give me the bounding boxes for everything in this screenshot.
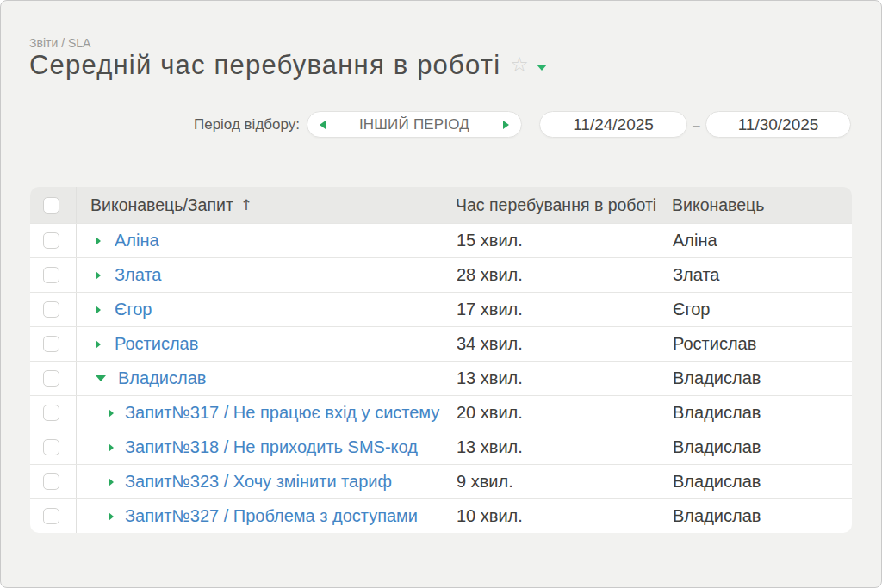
date-to-input[interactable]: 11/30/2025 xyxy=(705,111,851,138)
table-row: Злата 28 хвил. Злата xyxy=(30,257,852,292)
row-assignee-cell: Єгор xyxy=(662,293,852,326)
table-row: Запит№318 / Не приходить SMS-код 13 хвил… xyxy=(30,430,852,464)
row-checkbox-cell xyxy=(30,224,77,257)
table-row: Запит№317 / Не працює вхід у систему 20 … xyxy=(30,395,852,430)
breadcrumb-reports-link[interactable]: Звіти xyxy=(29,36,58,50)
column-header-time-label: Час перебування в роботі xyxy=(456,195,656,215)
row-name-link[interactable]: Аліна xyxy=(115,231,159,251)
row-time-cell: 13 хвил. xyxy=(444,362,662,395)
row-assignee-cell: Владислав xyxy=(662,499,852,533)
expand-triangle-icon[interactable] xyxy=(96,375,106,381)
column-header-name[interactable]: Виконавець/Запит ↑ xyxy=(77,187,444,223)
row-name-link[interactable]: Ростислав xyxy=(115,334,198,354)
row-time-cell: 10 хвил. xyxy=(444,499,662,533)
expand-triangle-icon[interactable] xyxy=(109,409,114,418)
row-checkbox[interactable] xyxy=(43,473,59,490)
page-title: Середній час перебування в роботі xyxy=(29,50,500,81)
row-checkbox[interactable] xyxy=(43,267,59,283)
breadcrumb-sla-link[interactable]: SLA xyxy=(68,36,90,50)
row-checkbox-cell xyxy=(30,362,77,395)
breadcrumb: Звіти / SLA xyxy=(29,36,90,50)
row-name-cell: Запит№318 / Не приходить SMS-код xyxy=(77,430,444,464)
table-header-row: Виконавець/Запит ↑ Час перебування в роб… xyxy=(30,187,852,223)
row-name-link[interactable]: Запит№323 / Хочу змінити тариф xyxy=(125,472,392,492)
row-checkbox[interactable] xyxy=(43,336,59,352)
column-header-time[interactable]: Час перебування в роботі xyxy=(444,187,662,223)
row-checkbox-cell xyxy=(30,465,77,498)
column-header-assignee[interactable]: Виконавець xyxy=(662,187,852,223)
row-checkbox[interactable] xyxy=(43,405,59,421)
table-row: Запит№323 / Хочу змінити тариф 9 хвил. В… xyxy=(30,464,852,498)
row-name-cell: Аліна xyxy=(77,224,444,257)
row-name-cell: Ростислав xyxy=(77,327,444,361)
row-name-cell: Єгор xyxy=(77,293,444,326)
breadcrumb-separator: / xyxy=(58,36,68,50)
table-row: Владислав 13 хвил. Владислав xyxy=(30,361,852,395)
expand-triangle-icon[interactable] xyxy=(109,512,114,521)
row-checkbox-cell xyxy=(30,293,77,326)
row-time-cell: 9 хвил. xyxy=(444,465,662,498)
date-range-separator: – xyxy=(687,111,705,138)
column-header-assignee-label: Виконавець xyxy=(672,195,764,215)
table-body: Аліна 15 хвил. Аліна Злата 28 хвил. Злат… xyxy=(30,223,852,533)
row-assignee-cell: Владислав xyxy=(662,362,852,395)
table-row: Ростислав 34 хвил. Ростислав xyxy=(30,326,852,361)
previous-period-arrow-icon[interactable] xyxy=(320,121,326,129)
row-name-link[interactable]: Єгор xyxy=(115,300,152,319)
row-checkbox[interactable] xyxy=(43,508,59,524)
row-checkbox[interactable] xyxy=(43,439,59,455)
period-filter-label: Період відбору: xyxy=(130,116,300,133)
favorite-star-icon[interactable]: ☆ xyxy=(510,54,529,75)
row-name-link[interactable]: Запит№318 / Не приходить SMS-код xyxy=(125,437,418,457)
expand-triangle-icon[interactable] xyxy=(109,478,114,486)
row-checkbox-cell xyxy=(30,327,77,361)
row-checkbox-cell xyxy=(30,499,77,533)
table-row: Аліна 15 хвил. Аліна xyxy=(30,223,852,257)
row-assignee-cell: Владислав xyxy=(662,396,852,430)
table-row: Єгор 17 хвил. Єгор xyxy=(30,292,852,326)
row-checkbox[interactable] xyxy=(43,232,59,249)
row-checkbox-cell xyxy=(30,396,77,430)
date-from-value: 11/24/2025 xyxy=(573,115,654,134)
row-name-cell: Злата xyxy=(77,258,444,292)
expand-triangle-icon[interactable] xyxy=(109,443,114,452)
row-assignee-cell: Ростислав xyxy=(662,327,852,361)
date-to-value: 11/30/2025 xyxy=(738,115,819,134)
row-assignee-cell: Злата xyxy=(662,258,852,292)
row-name-link[interactable]: Злата xyxy=(115,265,162,285)
row-assignee-cell: Владислав xyxy=(662,465,852,498)
expand-triangle-icon[interactable] xyxy=(96,271,101,280)
row-time-cell: 20 хвил. xyxy=(444,396,662,430)
report-page: Звіти / SLA Середній час перебування в р… xyxy=(0,0,882,588)
row-checkbox[interactable] xyxy=(43,301,59,318)
expand-triangle-icon[interactable] xyxy=(96,340,101,349)
header-checkbox-cell xyxy=(30,187,77,223)
report-table: Виконавець/Запит ↑ Час перебування в роб… xyxy=(30,187,852,533)
row-name-cell: Запит№323 / Хочу змінити тариф xyxy=(77,465,444,498)
date-from-input[interactable]: 11/24/2025 xyxy=(539,111,687,138)
row-time-cell: 13 хвил. xyxy=(444,430,662,464)
row-time-cell: 17 хвил. xyxy=(444,293,662,326)
expand-triangle-icon[interactable] xyxy=(96,306,101,314)
expand-triangle-icon[interactable] xyxy=(96,237,101,245)
select-all-checkbox[interactable] xyxy=(43,197,59,214)
column-header-name-label: Виконавець/Запит xyxy=(90,195,233,215)
row-assignee-cell: Аліна xyxy=(662,224,852,257)
title-dropdown-caret-icon[interactable] xyxy=(537,65,547,71)
row-checkbox-cell xyxy=(30,430,77,464)
row-assignee-cell: Владислав xyxy=(662,430,852,464)
row-time-cell: 34 хвил. xyxy=(444,327,662,361)
row-time-cell: 15 хвил. xyxy=(444,224,662,257)
row-name-link[interactable]: Запит№317 / Не працює вхід у систему xyxy=(125,403,439,423)
period-selector-value[interactable]: ІНШИЙ ПЕРІОД xyxy=(359,116,469,133)
row-name-link[interactable]: Владислав xyxy=(118,368,206,388)
row-checkbox[interactable] xyxy=(43,370,59,387)
next-period-arrow-icon[interactable] xyxy=(503,121,509,129)
sort-ascending-icon: ↑ xyxy=(240,196,252,214)
row-name-cell: Запит№317 / Не працює вхід у систему xyxy=(77,396,444,430)
row-name-link[interactable]: Запит№327 / Проблема з доступами xyxy=(125,506,418,526)
period-selector[interactable]: ІНШИЙ ПЕРІОД xyxy=(307,111,522,138)
table-row: Запит№327 / Проблема з доступами 10 хвил… xyxy=(30,498,852,533)
row-time-cell: 28 хвил. xyxy=(444,258,662,292)
row-name-cell: Запит№327 / Проблема з доступами xyxy=(77,499,444,533)
